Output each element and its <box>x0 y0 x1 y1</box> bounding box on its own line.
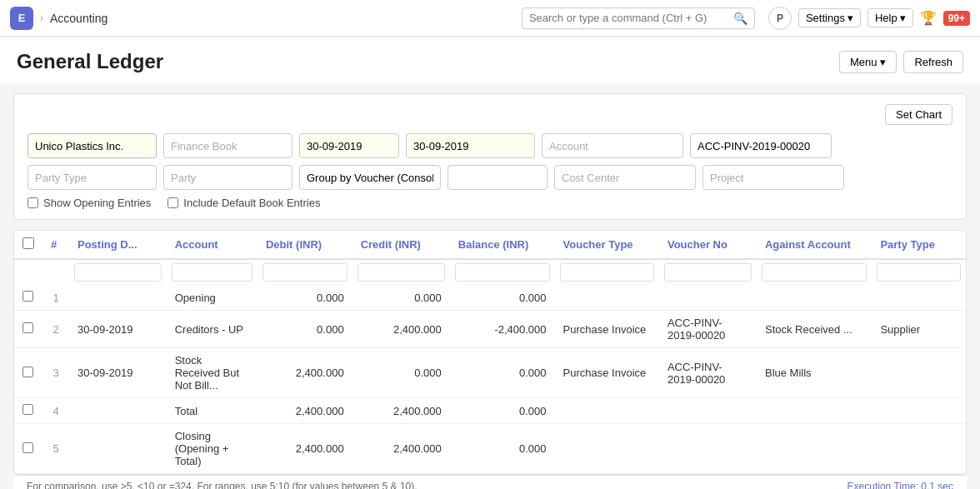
col-credit[interactable]: Credit (INR) <box>352 231 450 259</box>
col-balance[interactable]: Balance (INR) <box>450 231 555 259</box>
voucher-no-filter[interactable] <box>690 133 832 158</box>
trophy-icon: 🏆 <box>920 10 937 26</box>
cell-credit: 2,400.000 <box>352 311 450 348</box>
cell-against-account: Blue Mills <box>757 348 872 398</box>
from-date-filter[interactable] <box>299 133 399 158</box>
row-checkbox[interactable] <box>22 367 33 377</box>
row-checkbox[interactable] <box>22 322 33 333</box>
select-all-checkbox[interactable] <box>22 237 34 249</box>
col-debit[interactable]: Debit (INR) <box>258 231 352 259</box>
filter-debit[interactable] <box>262 263 348 282</box>
row-checkbox-cell[interactable] <box>14 424 42 474</box>
chevron-down-icon: ▾ <box>848 12 853 24</box>
help-button[interactable]: Help ▾ <box>868 8 913 27</box>
cell-balance: 0.000 <box>450 285 555 311</box>
col-against-account[interactable]: Against Account <box>757 231 872 259</box>
filter-against-account[interactable] <box>762 263 867 282</box>
col-party-type[interactable]: Party Type <box>872 231 966 259</box>
chevron-down-icon: ▾ <box>900 12 906 24</box>
execution-time: Execution Time: 0.1 sec <box>848 481 953 489</box>
col-posting-date[interactable]: Posting D... <box>69 231 167 259</box>
row-checkbox[interactable] <box>22 291 33 302</box>
filter-voucher-type[interactable] <box>560 263 654 282</box>
row-checkbox-cell[interactable] <box>14 311 42 348</box>
cell-debit: 2,400.000 <box>258 398 352 424</box>
status-bar: For comparison, use >5, <10 or =324. For… <box>13 475 967 489</box>
to-date-filter[interactable] <box>406 133 535 158</box>
cell-against-account <box>757 398 872 424</box>
cell-party-type <box>872 424 966 474</box>
cell-against-account <box>757 285 872 311</box>
cell-balance: 0.000 <box>450 398 555 424</box>
row-num: 1 <box>42 285 69 311</box>
party-filter[interactable] <box>163 165 292 190</box>
top-navigation: E › Accounting 🔍 P Settings ▾ Help ▾ 🏆 9… <box>0 0 980 37</box>
settings-button[interactable]: Settings ▾ <box>798 8 861 27</box>
cell-debit: 2,400.000 <box>258 424 352 474</box>
cell-credit: 2,400.000 <box>352 398 450 424</box>
filter-credit[interactable] <box>358 263 445 282</box>
show-opening-entries-checkbox[interactable] <box>28 197 38 208</box>
table-row: 2 30-09-2019 Creditors - UP 0.000 2,400.… <box>14 311 966 348</box>
avatar[interactable]: P <box>768 7 792 30</box>
include-default-book-checkbox[interactable] <box>168 197 178 208</box>
cell-voucher-no <box>659 285 757 311</box>
search-input[interactable] <box>529 12 733 24</box>
company-filter[interactable] <box>28 133 157 158</box>
cell-posting-date <box>69 424 167 474</box>
cell-against-account <box>757 424 872 474</box>
row-checkbox-cell[interactable] <box>14 398 42 424</box>
filter-balance[interactable] <box>455 263 550 282</box>
filter-account[interactable] <box>172 263 252 282</box>
cell-voucher-type: Purchase Invoice <box>555 311 659 348</box>
cell-account: Creditors - UP <box>167 311 258 348</box>
set-chart-button[interactable]: Set Chart <box>885 104 952 125</box>
party-type-filter[interactable] <box>28 165 157 190</box>
cell-debit: 2,400.000 <box>258 348 352 398</box>
menu-button[interactable]: Menu ▾ <box>839 51 898 73</box>
filter-voucher-no[interactable] <box>664 263 752 282</box>
col-voucher-no[interactable]: Voucher No <box>659 231 757 259</box>
project-filter[interactable] <box>702 165 844 190</box>
group-by-filter[interactable] <box>299 165 441 190</box>
cost-center-filter[interactable] <box>554 165 696 190</box>
ledger-table: # Posting D... Account Debit (INR) Credi… <box>14 231 966 474</box>
select-all-header[interactable] <box>14 231 42 259</box>
search-icon: 🔍 <box>733 12 748 25</box>
account-filter[interactable] <box>542 133 683 158</box>
filter-posting-date[interactable] <box>74 263 162 282</box>
col-voucher-type[interactable]: Voucher Type <box>555 231 659 259</box>
include-default-book-label[interactable]: Include Default Book Entries <box>168 197 320 209</box>
cell-against-account: Stock Received ... <box>757 311 872 348</box>
page-header: General Ledger Menu ▾ Refresh <box>0 37 980 83</box>
cell-voucher-no <box>659 424 757 474</box>
app-name-label: Accounting <box>50 12 108 25</box>
notification-badge[interactable]: 99+ <box>943 11 970 26</box>
empty-filter[interactable] <box>448 165 548 190</box>
col-account[interactable]: Account <box>167 231 258 259</box>
nav-chevron-icon: › <box>40 12 43 24</box>
row-num: 4 <box>42 398 69 424</box>
cell-party-type <box>872 348 966 398</box>
row-checkbox-cell[interactable] <box>14 348 42 398</box>
comparison-note: For comparison, use >5, <10 or =324. For… <box>27 481 418 489</box>
cell-voucher-type <box>555 398 659 424</box>
cell-credit: 0.000 <box>352 348 450 398</box>
table-filter-row <box>14 259 966 285</box>
row-checkbox-cell[interactable] <box>14 285 42 311</box>
table-header-row: # Posting D... Account Debit (INR) Credi… <box>14 231 966 259</box>
cell-balance: -2,400.000 <box>450 311 555 348</box>
show-opening-entries-label[interactable]: Show Opening Entries <box>28 197 151 209</box>
cell-credit: 2,400.000 <box>352 424 450 474</box>
refresh-button[interactable]: Refresh <box>903 51 963 73</box>
row-checkbox[interactable] <box>22 442 33 453</box>
app-icon[interactable]: E <box>10 7 33 30</box>
filter-party-type[interactable] <box>877 263 961 282</box>
finance-book-filter[interactable] <box>163 133 292 158</box>
table-row: 3 30-09-2019 Stock Received But Not Bill… <box>14 348 966 398</box>
table-row: 4 Total 2,400.000 2,400.000 0.000 <box>14 398 966 424</box>
search-bar[interactable]: 🔍 <box>522 7 755 29</box>
row-checkbox[interactable] <box>22 404 33 415</box>
checkboxes-row: Show Opening Entries Include Default Boo… <box>28 197 952 209</box>
ledger-table-wrapper: # Posting D... Account Debit (INR) Credi… <box>13 230 967 475</box>
